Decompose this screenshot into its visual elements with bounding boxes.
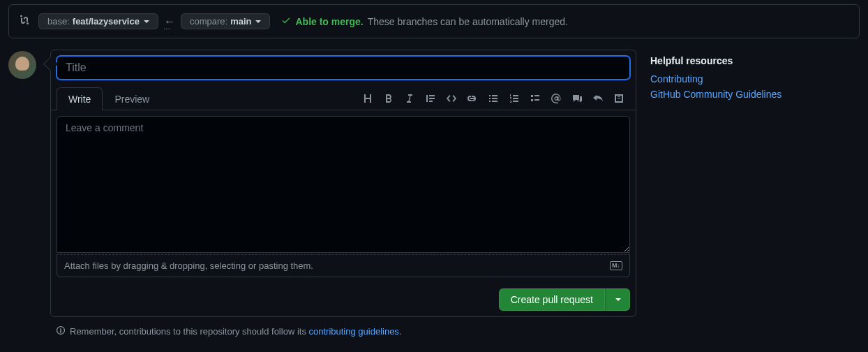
italic-icon[interactable]	[404, 93, 415, 104]
attach-hint: Attach files by dragging & dropping, sel…	[64, 261, 313, 271]
compare-name: main	[230, 16, 251, 27]
unordered-list-icon[interactable]	[488, 93, 499, 104]
sidebar: Helpful resources Contributing GitHub Co…	[650, 50, 860, 317]
title-input[interactable]	[57, 56, 630, 80]
tab-write[interactable]: Write	[57, 87, 103, 110]
formatting-toolbar	[362, 90, 630, 107]
reply-icon[interactable]	[592, 93, 604, 104]
check-icon	[281, 15, 291, 27]
ordered-list-icon[interactable]	[509, 93, 520, 104]
merge-message: These branches can be automatically merg…	[368, 16, 568, 27]
info-icon	[56, 325, 66, 337]
link-icon[interactable]	[467, 93, 478, 104]
markdown-icon: M↓	[610, 261, 622, 270]
base-name: feat/lazyservice	[73, 16, 140, 27]
pr-form: Write Preview Att	[50, 50, 636, 317]
merge-able-text: Able to merge.	[295, 16, 363, 27]
mention-icon[interactable]	[551, 93, 562, 104]
sidebar-heading: Helpful resources	[650, 55, 860, 66]
footer-suffix: .	[399, 326, 402, 337]
footer-prefix: Remember, contributions to this reposito…	[70, 326, 309, 337]
base-label: base:	[47, 16, 70, 27]
code-icon[interactable]	[446, 93, 457, 104]
sidebar-link-contributing[interactable]: Contributing	[650, 73, 860, 85]
compare-bar: base: feat/lazyservice ←… compare: main …	[8, 4, 860, 38]
diff-icon[interactable]	[613, 93, 624, 104]
arrow-left-icon: ←…	[164, 15, 175, 28]
avatar	[8, 51, 36, 79]
compare-branch-button[interactable]: compare: main	[181, 13, 271, 29]
create-pr-button[interactable]: Create pull request	[499, 288, 605, 311]
caret-down-icon	[144, 20, 149, 23]
contributing-guidelines-link[interactable]: contributing guidelines	[309, 326, 399, 337]
quote-icon[interactable]	[425, 93, 436, 104]
create-pr-dropdown[interactable]	[605, 288, 630, 311]
attach-files-bar[interactable]: Attach files by dragging & dropping, sel…	[57, 254, 630, 277]
git-compare-icon	[19, 15, 30, 28]
caret-down-icon	[255, 20, 261, 23]
compare-label: compare:	[190, 16, 227, 27]
footer-note: Remember, contributions to this reposito…	[0, 317, 868, 337]
heading-icon[interactable]	[362, 93, 373, 104]
tab-preview[interactable]: Preview	[103, 87, 161, 110]
cross-reference-icon[interactable]	[571, 93, 583, 104]
merge-status: Able to merge. These branches can be aut…	[281, 15, 567, 27]
tabs: Write Preview	[57, 87, 161, 110]
comment-textarea[interactable]	[57, 116, 630, 253]
base-branch-button[interactable]: base: feat/lazyservice	[38, 13, 158, 29]
tasklist-icon[interactable]	[530, 93, 541, 104]
bold-icon[interactable]	[383, 93, 394, 104]
caret-down-icon	[615, 298, 621, 301]
sidebar-link-guidelines[interactable]: GitHub Community Guidelines	[650, 89, 860, 100]
